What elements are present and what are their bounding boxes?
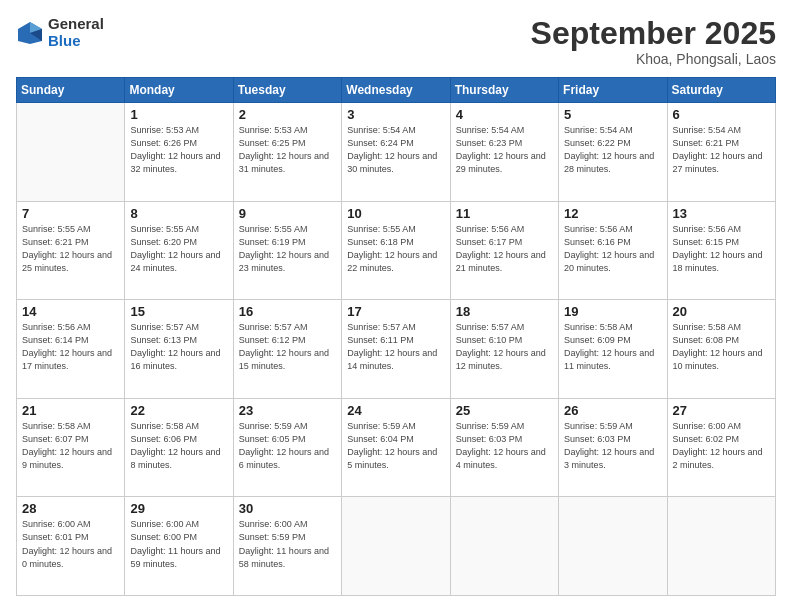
table-row: 21Sunrise: 5:58 AM Sunset: 6:07 PM Dayli… [17, 398, 125, 497]
day-info: Sunrise: 5:56 AM Sunset: 6:17 PM Dayligh… [456, 223, 553, 275]
logo-blue-text: Blue [48, 33, 104, 50]
table-row: 17Sunrise: 5:57 AM Sunset: 6:11 PM Dayli… [342, 300, 450, 399]
day-info: Sunrise: 5:58 AM Sunset: 6:06 PM Dayligh… [130, 420, 227, 472]
calendar-week-row: 7Sunrise: 5:55 AM Sunset: 6:21 PM Daylig… [17, 201, 776, 300]
table-row: 25Sunrise: 5:59 AM Sunset: 6:03 PM Dayli… [450, 398, 558, 497]
day-info: Sunrise: 5:58 AM Sunset: 6:09 PM Dayligh… [564, 321, 661, 373]
table-row: 11Sunrise: 5:56 AM Sunset: 6:17 PM Dayli… [450, 201, 558, 300]
table-row: 28Sunrise: 6:00 AM Sunset: 6:01 PM Dayli… [17, 497, 125, 596]
day-info: Sunrise: 5:56 AM Sunset: 6:15 PM Dayligh… [673, 223, 770, 275]
calendar-week-row: 1Sunrise: 5:53 AM Sunset: 6:26 PM Daylig… [17, 103, 776, 202]
day-info: Sunrise: 5:59 AM Sunset: 6:05 PM Dayligh… [239, 420, 336, 472]
table-row: 4Sunrise: 5:54 AM Sunset: 6:23 PM Daylig… [450, 103, 558, 202]
table-row: 29Sunrise: 6:00 AM Sunset: 6:00 PM Dayli… [125, 497, 233, 596]
day-number: 12 [564, 206, 661, 221]
table-row: 13Sunrise: 5:56 AM Sunset: 6:15 PM Dayli… [667, 201, 775, 300]
table-row: 30Sunrise: 6:00 AM Sunset: 5:59 PM Dayli… [233, 497, 341, 596]
table-row [559, 497, 667, 596]
col-wednesday: Wednesday [342, 78, 450, 103]
day-number: 4 [456, 107, 553, 122]
table-row: 1Sunrise: 5:53 AM Sunset: 6:26 PM Daylig… [125, 103, 233, 202]
day-info: Sunrise: 5:58 AM Sunset: 6:07 PM Dayligh… [22, 420, 119, 472]
page: General Blue September 2025 Khoa, Phongs… [0, 0, 792, 612]
day-number: 5 [564, 107, 661, 122]
day-number: 19 [564, 304, 661, 319]
day-number: 25 [456, 403, 553, 418]
day-number: 29 [130, 501, 227, 516]
day-number: 26 [564, 403, 661, 418]
day-info: Sunrise: 6:00 AM Sunset: 6:01 PM Dayligh… [22, 518, 119, 570]
day-number: 17 [347, 304, 444, 319]
day-info: Sunrise: 5:55 AM Sunset: 6:20 PM Dayligh… [130, 223, 227, 275]
day-number: 10 [347, 206, 444, 221]
day-info: Sunrise: 6:00 AM Sunset: 6:00 PM Dayligh… [130, 518, 227, 570]
day-number: 24 [347, 403, 444, 418]
day-number: 21 [22, 403, 119, 418]
day-info: Sunrise: 5:57 AM Sunset: 6:12 PM Dayligh… [239, 321, 336, 373]
day-info: Sunrise: 5:57 AM Sunset: 6:11 PM Dayligh… [347, 321, 444, 373]
col-monday: Monday [125, 78, 233, 103]
day-number: 7 [22, 206, 119, 221]
table-row: 10Sunrise: 5:55 AM Sunset: 6:18 PM Dayli… [342, 201, 450, 300]
day-number: 11 [456, 206, 553, 221]
table-row: 14Sunrise: 5:56 AM Sunset: 6:14 PM Dayli… [17, 300, 125, 399]
day-number: 15 [130, 304, 227, 319]
location-subtitle: Khoa, Phongsali, Laos [531, 51, 776, 67]
table-row: 24Sunrise: 5:59 AM Sunset: 6:04 PM Dayli… [342, 398, 450, 497]
table-row [450, 497, 558, 596]
header: General Blue September 2025 Khoa, Phongs… [16, 16, 776, 67]
table-row: 15Sunrise: 5:57 AM Sunset: 6:13 PM Dayli… [125, 300, 233, 399]
day-info: Sunrise: 5:54 AM Sunset: 6:21 PM Dayligh… [673, 124, 770, 176]
day-number: 1 [130, 107, 227, 122]
table-row: 20Sunrise: 5:58 AM Sunset: 6:08 PM Dayli… [667, 300, 775, 399]
table-row: 23Sunrise: 5:59 AM Sunset: 6:05 PM Dayli… [233, 398, 341, 497]
table-row: 27Sunrise: 6:00 AM Sunset: 6:02 PM Dayli… [667, 398, 775, 497]
logo-icon [16, 19, 44, 47]
day-info: Sunrise: 5:55 AM Sunset: 6:18 PM Dayligh… [347, 223, 444, 275]
day-info: Sunrise: 5:54 AM Sunset: 6:22 PM Dayligh… [564, 124, 661, 176]
calendar-week-row: 21Sunrise: 5:58 AM Sunset: 6:07 PM Dayli… [17, 398, 776, 497]
table-row: 26Sunrise: 5:59 AM Sunset: 6:03 PM Dayli… [559, 398, 667, 497]
table-row: 6Sunrise: 5:54 AM Sunset: 6:21 PM Daylig… [667, 103, 775, 202]
day-info: Sunrise: 5:53 AM Sunset: 6:25 PM Dayligh… [239, 124, 336, 176]
day-info: Sunrise: 5:58 AM Sunset: 6:08 PM Dayligh… [673, 321, 770, 373]
day-number: 22 [130, 403, 227, 418]
logo: General Blue [16, 16, 104, 49]
table-row: 18Sunrise: 5:57 AM Sunset: 6:10 PM Dayli… [450, 300, 558, 399]
table-row [17, 103, 125, 202]
day-info: Sunrise: 5:57 AM Sunset: 6:13 PM Dayligh… [130, 321, 227, 373]
day-info: Sunrise: 5:54 AM Sunset: 6:23 PM Dayligh… [456, 124, 553, 176]
calendar-week-row: 28Sunrise: 6:00 AM Sunset: 6:01 PM Dayli… [17, 497, 776, 596]
table-row: 5Sunrise: 5:54 AM Sunset: 6:22 PM Daylig… [559, 103, 667, 202]
col-friday: Friday [559, 78, 667, 103]
table-row: 16Sunrise: 5:57 AM Sunset: 6:12 PM Dayli… [233, 300, 341, 399]
day-info: Sunrise: 5:56 AM Sunset: 6:16 PM Dayligh… [564, 223, 661, 275]
calendar-header-row: Sunday Monday Tuesday Wednesday Thursday… [17, 78, 776, 103]
day-info: Sunrise: 6:00 AM Sunset: 5:59 PM Dayligh… [239, 518, 336, 570]
day-number: 8 [130, 206, 227, 221]
table-row: 3Sunrise: 5:54 AM Sunset: 6:24 PM Daylig… [342, 103, 450, 202]
col-saturday: Saturday [667, 78, 775, 103]
day-number: 23 [239, 403, 336, 418]
day-number: 18 [456, 304, 553, 319]
month-title: September 2025 [531, 16, 776, 51]
day-info: Sunrise: 5:55 AM Sunset: 6:19 PM Dayligh… [239, 223, 336, 275]
day-number: 30 [239, 501, 336, 516]
day-number: 13 [673, 206, 770, 221]
col-thursday: Thursday [450, 78, 558, 103]
day-number: 2 [239, 107, 336, 122]
table-row: 22Sunrise: 5:58 AM Sunset: 6:06 PM Dayli… [125, 398, 233, 497]
day-number: 16 [239, 304, 336, 319]
day-number: 9 [239, 206, 336, 221]
table-row: 2Sunrise: 5:53 AM Sunset: 6:25 PM Daylig… [233, 103, 341, 202]
day-info: Sunrise: 5:55 AM Sunset: 6:21 PM Dayligh… [22, 223, 119, 275]
table-row [342, 497, 450, 596]
table-row: 19Sunrise: 5:58 AM Sunset: 6:09 PM Dayli… [559, 300, 667, 399]
table-row: 7Sunrise: 5:55 AM Sunset: 6:21 PM Daylig… [17, 201, 125, 300]
day-info: Sunrise: 5:59 AM Sunset: 6:03 PM Dayligh… [564, 420, 661, 472]
day-info: Sunrise: 5:57 AM Sunset: 6:10 PM Dayligh… [456, 321, 553, 373]
logo-text: General Blue [48, 16, 104, 49]
day-info: Sunrise: 6:00 AM Sunset: 6:02 PM Dayligh… [673, 420, 770, 472]
table-row: 12Sunrise: 5:56 AM Sunset: 6:16 PM Dayli… [559, 201, 667, 300]
day-number: 20 [673, 304, 770, 319]
